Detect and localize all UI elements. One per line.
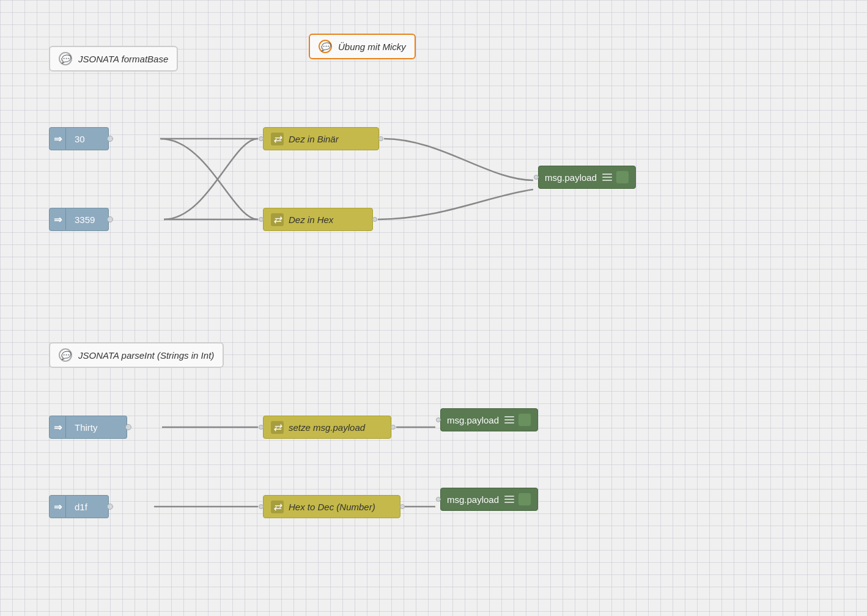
inject-btn-3359[interactable]: ⇒ [49,208,66,231]
inject-arrow-icon-4: ⇒ [54,501,62,513]
port-right-hex [372,217,377,222]
inject-thirty[interactable]: ⇒ Thirty [49,416,127,439]
shuffle-icon-binar: ⇄ [271,133,284,145]
func-setze[interactable]: ⇄ setze msg.payload [263,416,391,439]
port-right-binar [378,136,383,141]
inject-arrow-icon-3: ⇒ [54,422,62,433]
port-left-hexdec [259,504,264,509]
wire-3359-binar [164,139,258,219]
func-dez-binar[interactable]: ⇄ Dez in Binär [263,127,379,150]
inject-label-3359: 3359 [66,208,109,231]
inject-30[interactable]: ⇒ 30 [49,127,109,150]
port-right-hexdec [400,504,405,509]
inject-btn-d1f[interactable]: ⇒ [49,495,66,518]
port-left-hex [259,217,264,222]
inject-d1f[interactable]: ⇒ d1f [49,495,109,518]
port-left-binar [259,136,264,141]
func-dez-hex[interactable]: ⇄ Dez in Hex [263,208,373,231]
comment-icon: 💬 [59,52,72,65]
port-left-debug3 [436,497,441,502]
wire-hex-debug [378,189,533,219]
inject-3359[interactable]: ⇒ 3359 [49,208,109,231]
wire-binar-debug [384,139,533,180]
shuffle-icon-hexdec: ⇄ [271,501,284,513]
port-right-setze [391,425,396,430]
lines-icon-1 [602,174,612,181]
debug-btn-1[interactable] [616,170,629,184]
lines-icon-2 [504,416,514,424]
inject-label-d1f: d1f [66,495,109,518]
comment-icon-orange: 💬 [319,40,332,53]
shuffle-icon-hex: ⇄ [271,213,284,226]
port-left-setze [259,425,264,430]
inject-btn-30[interactable]: ⇒ [49,127,66,150]
func-hex-dec[interactable]: ⇄ Hex to Dec (Number) [263,495,400,518]
comment-ubung: 💬 Übung mit Micky [309,34,416,59]
lines-icon-3 [504,496,514,503]
inject-label-thirty: Thirty [66,416,127,439]
inject-arrow-icon: ⇒ [54,133,62,145]
comment-jsonata-format: 💬 JSONATA formatBase [49,46,178,72]
inject-label-30: 30 [66,127,109,150]
inject-arrow-icon-2: ⇒ [54,214,62,226]
wire-30-hex [160,139,258,219]
wire-canvas [0,0,867,616]
debug-node-3[interactable]: msg.payload [440,488,538,511]
port-left-debug1 [534,175,539,180]
comment-jsonata-parse: 💬 JSONATA parseInt (Strings in Int) [49,342,224,368]
debug-node-2[interactable]: msg.payload [440,408,538,431]
shuffle-icon-setze: ⇄ [271,421,284,434]
debug-btn-2[interactable] [518,413,531,427]
port-left-debug2 [436,417,441,422]
comment-icon-2: 💬 [59,348,72,362]
debug-btn-3[interactable] [518,493,531,506]
debug-node-1[interactable]: msg.payload [538,166,636,189]
inject-btn-thirty[interactable]: ⇒ [49,416,66,439]
